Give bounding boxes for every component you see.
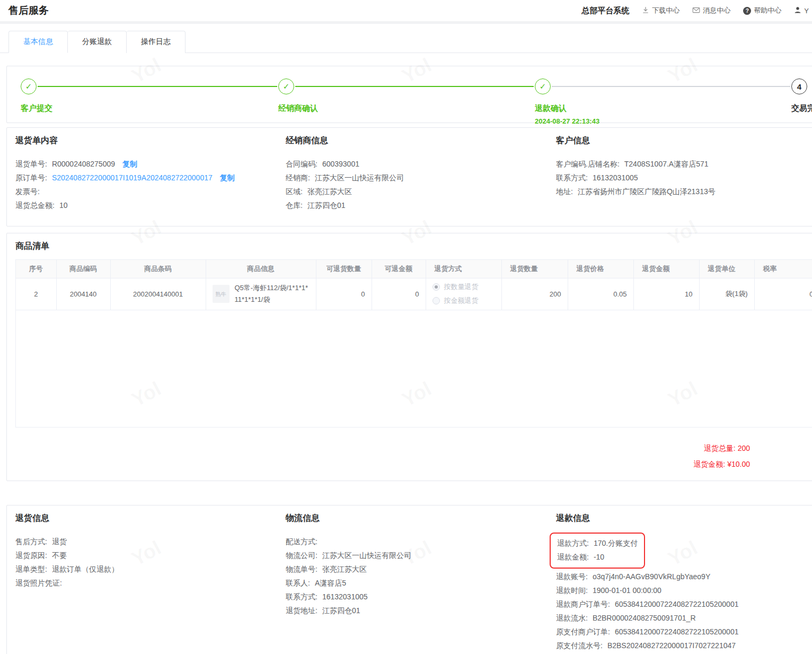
return-order-title: 退货单内容	[15, 135, 286, 146]
cell-return-amount: 10	[633, 278, 699, 310]
radio-by-quantity: 按数量退货	[433, 282, 495, 292]
field-return-total-amount: 退货总金额:10	[15, 198, 286, 212]
cell-barcode: 2002004140001	[110, 278, 206, 310]
col-product-info: 商品信息	[206, 260, 316, 278]
help-center-link[interactable]: ? 帮助中心	[743, 6, 781, 15]
refund-highlight-box: 退款方式:170.分账支付 退款金额:-10	[550, 533, 645, 569]
col-return-amount: 退货金额	[633, 260, 699, 278]
download-center-link[interactable]: 下载中心	[642, 6, 679, 15]
message-center-link[interactable]: 消息中心	[692, 6, 730, 15]
field-contact-phone: 联系方式:16132031005	[286, 590, 556, 604]
step3-check-icon: ✓	[535, 79, 551, 94]
dealer-title: 经销商信息	[286, 135, 556, 146]
cell-return-qty: 200	[501, 278, 568, 310]
tab-split-refund[interactable]: 分账退款	[68, 31, 127, 53]
step-connector	[295, 86, 534, 87]
product-thumbnail: 熟牛	[213, 285, 230, 303]
bottom-info-card: 退货信息 售后方式:退货 退货原因:不要 退单类型:退款订单（仅退款） 退货照片…	[6, 505, 812, 654]
col-return-method: 退货方式	[426, 260, 501, 278]
cell-product-code: 2004140	[56, 278, 110, 310]
refund-section: 退款信息 退款方式:170.分账支付 退款金额:-10 退款账号:o3q7j4n…	[556, 513, 812, 652]
field-original-pay-order: 原支付商户订单:605384120007224082722105200001	[556, 625, 812, 639]
step-connector	[38, 86, 277, 87]
field-delivery-method: 配送方式:	[286, 535, 556, 548]
field-contact-person: 联系人:A潇容店5	[286, 576, 556, 590]
col-returnable-amount: 可退金额	[372, 260, 426, 278]
step1-label: 客户提交	[21, 103, 52, 114]
field-contract-code: 合同编码:600393001	[286, 157, 556, 171]
user-icon	[794, 6, 801, 15]
refund-title: 退款信息	[556, 513, 812, 524]
step4-number: 4	[791, 79, 807, 94]
product-list-title: 商品清单	[15, 241, 812, 252]
field-customer-code-shop: 客户编码.店铺名称:T2408S1007.A潇容店571	[556, 157, 812, 171]
col-tax-rate: 税率	[754, 260, 812, 278]
cell-return-price: 0.05	[568, 278, 633, 310]
dealer-section: 经销商信息 合同编码:600393001 经销商:江苏大区一山快运有限公司 区域…	[286, 135, 556, 212]
total-amount: 退货金额:¥10.00	[15, 456, 750, 472]
field-dealer-name: 经销商:江苏大区一山快运有限公司	[286, 171, 556, 185]
system-name: 总部平台系统	[581, 6, 629, 16]
col-return-price: 退货价格	[568, 260, 633, 278]
customer-section: 客户信息 客户编码.店铺名称:T2408S1007.A潇容店571 联系方式:1…	[556, 135, 812, 212]
copy-return-order-button[interactable]: 复制	[122, 160, 137, 168]
step3-time: 2024-08-27 22:13:43	[535, 117, 599, 125]
field-invoice-no: 发票号:	[15, 185, 286, 198]
mail-icon	[692, 6, 700, 15]
header-right: 总部平台系统 下载中心 消息中心 ? 帮助中心 Y	[581, 6, 809, 16]
col-return-qty: 退货数量	[501, 260, 568, 278]
progress-steps: ✓ ✓ ✓ 4 客户提交 经销商确认 退款确认 2024-08-27 22:13…	[6, 66, 812, 123]
field-region: 区域:张亮江苏大区	[286, 185, 556, 198]
field-warehouse: 仓库:江苏四仓01	[286, 198, 556, 212]
cell-returnable-amount: 0	[372, 278, 426, 310]
field-original-pay-flow: 原支付流水号:B2BS2024082722000017I7027221047	[556, 639, 812, 652]
radio-by-amount: 按金额退货	[433, 296, 495, 306]
return-totals: 退货总量:200 退货金额:¥10.00	[15, 440, 750, 472]
download-icon	[642, 6, 649, 15]
field-refund-time: 退款时间:1900-01-01 00:00:00	[556, 583, 812, 597]
logistics-section: 物流信息 配送方式: 物流公司:江苏大区一山快运有限公司 物流单号:张亮江苏大区…	[286, 513, 556, 652]
user-menu[interactable]: Y	[794, 6, 809, 15]
field-return-photo: 退货照片凭证:	[15, 576, 286, 590]
col-returnable-qty: 可退货数量	[316, 260, 372, 278]
tab-operation-log[interactable]: 操作日志	[127, 31, 186, 53]
step-connector	[552, 86, 790, 87]
cell-return-method: 按数量退货 按金额退货	[426, 278, 501, 310]
radio-checked-icon	[433, 283, 440, 291]
col-barcode: 商品条码	[110, 260, 206, 278]
return-info-title: 退货信息	[15, 513, 286, 524]
field-logistics-no: 物流单号:张亮江苏大区	[286, 562, 556, 576]
step1-check-icon: ✓	[21, 79, 37, 94]
field-return-address: 退货地址:江苏四仓01	[286, 604, 556, 617]
col-return-unit: 退货单位	[699, 260, 754, 278]
field-return-order-no: 退货单号:R00002408275009复制	[15, 157, 286, 171]
step3-label: 退款确认	[535, 103, 567, 114]
field-refund-merchant-order: 退款商户订单号:605384120007224082722105200001	[556, 597, 812, 611]
tab-bar: 基本信息 分账退款 操作日志	[0, 24, 812, 53]
question-icon: ?	[743, 7, 751, 15]
top-header: 售后服务 总部平台系统 下载中心 消息中心 ? 帮助中心 Y	[0, 0, 812, 21]
customer-title: 客户信息	[556, 135, 812, 146]
step2-check-icon: ✓	[278, 79, 294, 94]
cell-return-unit: 袋(1袋)	[699, 278, 754, 310]
copy-original-order-button[interactable]: 复制	[220, 173, 235, 182]
logistics-title: 物流信息	[286, 513, 556, 524]
field-refund-account: 退款账号:o3q7j4n0-AAGvB90VkRLgbYaeo9Y	[556, 570, 812, 583]
total-quantity: 退货总量:200	[15, 440, 750, 456]
table-header-row: 序号 商品编码 商品条码 商品信息 可退货数量 可退金额 退货方式 退货数量 退…	[16, 260, 812, 278]
field-refund-method: 退款方式:170.分账支付	[557, 536, 638, 550]
return-info-section: 退货信息 售后方式:退货 退货原因:不要 退单类型:退款订单（仅退款） 退货照片…	[15, 513, 286, 652]
original-order-link[interactable]: S2024082722000017I1019A2024082722000017	[52, 173, 213, 182]
field-return-reason: 退货原因:不要	[15, 548, 286, 562]
field-refund-flow: 退款流水:B2BR000024082750091701_R	[556, 611, 812, 625]
field-aftersale-method: 售后方式:退货	[15, 535, 286, 548]
field-original-order-no: 原订单号:S2024082722000017I1019A202408272200…	[15, 171, 286, 185]
field-return-type: 退单类型:退款订单（仅退款）	[15, 562, 286, 576]
field-logistics-company: 物流公司:江苏大区一山快运有限公司	[286, 548, 556, 562]
step2-label: 经销商确认	[278, 103, 318, 114]
field-customer-address: 地址:江苏省扬州市广陵区广陵路Q山泽21313号	[556, 185, 812, 198]
radio-unchecked-icon	[433, 297, 440, 304]
tab-basic-info[interactable]: 基本信息	[8, 31, 68, 53]
table-row: 2 2004140 2002004140001 熟牛 Q5常-海虾112/袋/1…	[16, 278, 812, 310]
cell-seq: 2	[16, 278, 56, 310]
